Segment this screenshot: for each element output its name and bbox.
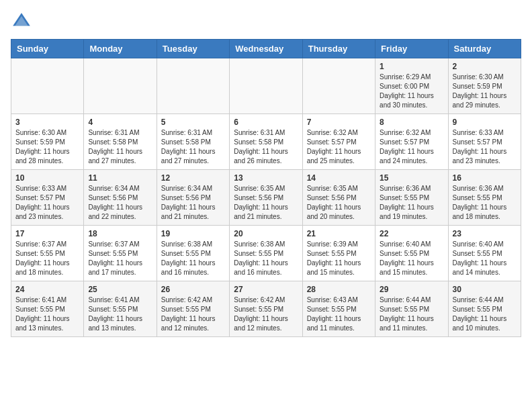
- day-info: Sunrise: 6:41 AM Sunset: 5:55 PM Dayligh…: [88, 295, 152, 333]
- day-number: 27: [234, 285, 298, 294]
- day-info: Sunrise: 6:44 AM Sunset: 5:55 PM Dayligh…: [380, 295, 443, 333]
- calendar-cell: 29Sunrise: 6:44 AM Sunset: 5:55 PM Dayli…: [375, 281, 448, 337]
- calendar-cell: 17Sunrise: 6:37 AM Sunset: 5:55 PM Dayli…: [11, 226, 84, 281]
- day-info: Sunrise: 6:36 AM Sunset: 5:55 PM Dayligh…: [380, 184, 443, 222]
- calendar-cell: [302, 58, 375, 114]
- week-row-1: 1Sunrise: 6:29 AM Sunset: 6:00 PM Daylig…: [11, 58, 521, 114]
- day-number: 14: [307, 173, 371, 183]
- day-info: Sunrise: 6:34 AM Sunset: 5:56 PM Dayligh…: [88, 184, 152, 222]
- calendar-cell: [84, 58, 157, 114]
- week-row-4: 17Sunrise: 6:37 AM Sunset: 5:55 PM Dayli…: [11, 226, 521, 281]
- day-info: Sunrise: 6:32 AM Sunset: 5:57 PM Dayligh…: [307, 128, 371, 166]
- day-info: Sunrise: 6:29 AM Sunset: 6:00 PM Dayligh…: [380, 73, 443, 110]
- calendar-cell: 19Sunrise: 6:38 AM Sunset: 5:55 PM Dayli…: [157, 226, 229, 281]
- day-info: Sunrise: 6:43 AM Sunset: 5:55 PM Dayligh…: [307, 295, 371, 333]
- day-number: 28: [307, 285, 371, 294]
- weekday-header-saturday: Saturday: [448, 40, 521, 58]
- day-number: 29: [380, 285, 443, 294]
- day-info: Sunrise: 6:39 AM Sunset: 5:55 PM Dayligh…: [307, 240, 371, 277]
- day-info: Sunrise: 6:35 AM Sunset: 5:56 PM Dayligh…: [307, 184, 371, 222]
- day-number: 25: [88, 285, 152, 294]
- calendar-cell: 6Sunrise: 6:31 AM Sunset: 5:58 PM Daylig…: [230, 114, 302, 170]
- day-number: 5: [161, 118, 225, 127]
- calendar-cell: 5Sunrise: 6:31 AM Sunset: 5:58 PM Daylig…: [157, 114, 229, 170]
- day-info: Sunrise: 6:44 AM Sunset: 5:55 PM Dayligh…: [453, 295, 517, 333]
- day-number: 30: [453, 285, 517, 294]
- day-info: Sunrise: 6:40 AM Sunset: 5:55 PM Dayligh…: [380, 240, 443, 277]
- calendar-cell: 25Sunrise: 6:41 AM Sunset: 5:55 PM Dayli…: [84, 281, 157, 337]
- day-info: Sunrise: 6:31 AM Sunset: 5:58 PM Dayligh…: [88, 128, 152, 166]
- weekday-header-monday: Monday: [84, 40, 157, 58]
- day-number: 24: [15, 285, 79, 294]
- week-row-3: 10Sunrise: 6:33 AM Sunset: 5:57 PM Dayli…: [11, 170, 521, 226]
- day-number: 21: [307, 229, 371, 238]
- day-number: 17: [15, 229, 79, 238]
- day-number: 19: [161, 229, 225, 238]
- day-info: Sunrise: 6:41 AM Sunset: 5:55 PM Dayligh…: [15, 295, 79, 333]
- day-info: Sunrise: 6:30 AM Sunset: 5:59 PM Dayligh…: [15, 128, 79, 166]
- calendar-cell: 30Sunrise: 6:44 AM Sunset: 5:55 PM Dayli…: [448, 281, 521, 337]
- calendar-cell: 28Sunrise: 6:43 AM Sunset: 5:55 PM Dayli…: [302, 281, 375, 337]
- day-info: Sunrise: 6:34 AM Sunset: 5:56 PM Dayligh…: [161, 184, 225, 222]
- calendar-cell: 22Sunrise: 6:40 AM Sunset: 5:55 PM Dayli…: [375, 226, 448, 281]
- day-number: 16: [453, 173, 517, 183]
- day-info: Sunrise: 6:31 AM Sunset: 5:58 PM Dayligh…: [161, 128, 225, 166]
- day-number: 18: [88, 229, 152, 238]
- day-info: Sunrise: 6:37 AM Sunset: 5:55 PM Dayligh…: [88, 240, 152, 277]
- calendar-cell: [11, 58, 84, 114]
- calendar-cell: 18Sunrise: 6:37 AM Sunset: 5:55 PM Dayli…: [84, 226, 157, 281]
- calendar-cell: 15Sunrise: 6:36 AM Sunset: 5:55 PM Dayli…: [375, 170, 448, 226]
- calendar-cell: 8Sunrise: 6:32 AM Sunset: 5:57 PM Daylig…: [375, 114, 448, 170]
- logo: [11, 11, 35, 32]
- week-row-5: 24Sunrise: 6:41 AM Sunset: 5:55 PM Dayli…: [11, 281, 521, 337]
- calendar-cell: 3Sunrise: 6:30 AM Sunset: 5:59 PM Daylig…: [11, 114, 84, 170]
- calendar-cell: 4Sunrise: 6:31 AM Sunset: 5:58 PM Daylig…: [84, 114, 157, 170]
- day-number: 4: [88, 118, 152, 127]
- day-info: Sunrise: 6:33 AM Sunset: 5:57 PM Dayligh…: [453, 128, 517, 166]
- weekday-header-row: SundayMondayTuesdayWednesdayThursdayFrid…: [11, 40, 521, 58]
- day-info: Sunrise: 6:35 AM Sunset: 5:56 PM Dayligh…: [234, 184, 298, 222]
- day-number: 26: [161, 285, 225, 294]
- calendar-cell: 20Sunrise: 6:38 AM Sunset: 5:55 PM Dayli…: [230, 226, 302, 281]
- calendar-cell: 14Sunrise: 6:35 AM Sunset: 5:56 PM Dayli…: [302, 170, 375, 226]
- calendar-cell: [230, 58, 302, 114]
- calendar-cell: [157, 58, 229, 114]
- calendar-cell: 24Sunrise: 6:41 AM Sunset: 5:55 PM Dayli…: [11, 281, 84, 337]
- weekday-header-wednesday: Wednesday: [230, 40, 302, 58]
- calendar-cell: 26Sunrise: 6:42 AM Sunset: 5:55 PM Dayli…: [157, 281, 229, 337]
- logo-icon: [11, 11, 32, 32]
- day-info: Sunrise: 6:31 AM Sunset: 5:58 PM Dayligh…: [234, 128, 298, 166]
- calendar-cell: 16Sunrise: 6:36 AM Sunset: 5:55 PM Dayli…: [448, 170, 521, 226]
- calendar-cell: 11Sunrise: 6:34 AM Sunset: 5:56 PM Dayli…: [84, 170, 157, 226]
- calendar-cell: 1Sunrise: 6:29 AM Sunset: 6:00 PM Daylig…: [375, 58, 448, 114]
- day-number: 11: [88, 173, 152, 183]
- calendar-cell: 21Sunrise: 6:39 AM Sunset: 5:55 PM Dayli…: [302, 226, 375, 281]
- weekday-header-tuesday: Tuesday: [157, 40, 229, 58]
- calendar-cell: 13Sunrise: 6:35 AM Sunset: 5:56 PM Dayli…: [230, 170, 302, 226]
- day-info: Sunrise: 6:30 AM Sunset: 5:59 PM Dayligh…: [453, 73, 517, 110]
- day-info: Sunrise: 6:36 AM Sunset: 5:55 PM Dayligh…: [453, 184, 517, 222]
- day-number: 9: [453, 118, 517, 127]
- day-info: Sunrise: 6:38 AM Sunset: 5:55 PM Dayligh…: [161, 240, 225, 277]
- calendar-cell: 9Sunrise: 6:33 AM Sunset: 5:57 PM Daylig…: [448, 114, 521, 170]
- day-number: 23: [453, 229, 517, 238]
- day-info: Sunrise: 6:33 AM Sunset: 5:57 PM Dayligh…: [15, 184, 79, 222]
- calendar-table: SundayMondayTuesdayWednesdayThursdayFrid…: [11, 39, 521, 337]
- day-number: 12: [161, 173, 225, 183]
- day-info: Sunrise: 6:40 AM Sunset: 5:55 PM Dayligh…: [453, 240, 517, 277]
- calendar-cell: 12Sunrise: 6:34 AM Sunset: 5:56 PM Dayli…: [157, 170, 229, 226]
- day-number: 13: [234, 173, 298, 183]
- calendar-cell: 23Sunrise: 6:40 AM Sunset: 5:55 PM Dayli…: [448, 226, 521, 281]
- calendar-cell: 2Sunrise: 6:30 AM Sunset: 5:59 PM Daylig…: [448, 58, 521, 114]
- day-number: 3: [15, 118, 79, 127]
- day-info: Sunrise: 6:42 AM Sunset: 5:55 PM Dayligh…: [234, 295, 298, 333]
- day-number: 8: [380, 118, 443, 127]
- page-header: [11, 11, 521, 32]
- calendar-cell: 27Sunrise: 6:42 AM Sunset: 5:55 PM Dayli…: [230, 281, 302, 337]
- day-info: Sunrise: 6:38 AM Sunset: 5:55 PM Dayligh…: [234, 240, 298, 277]
- day-number: 2: [453, 62, 517, 71]
- day-number: 7: [307, 118, 371, 127]
- weekday-header-sunday: Sunday: [11, 40, 84, 58]
- weekday-header-friday: Friday: [375, 40, 448, 58]
- day-number: 20: [234, 229, 298, 238]
